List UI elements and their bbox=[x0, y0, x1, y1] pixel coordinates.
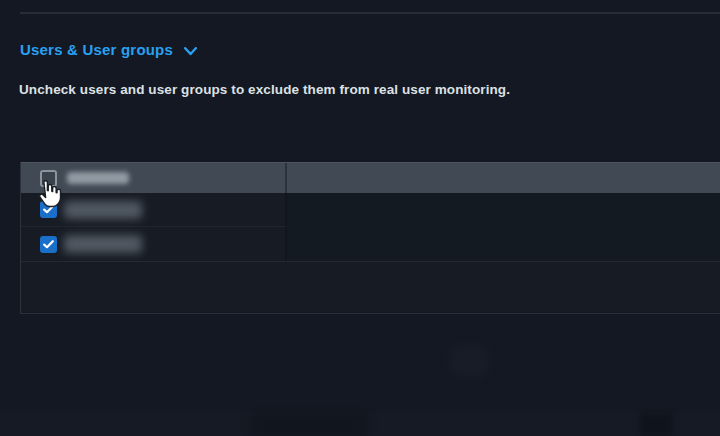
section-description: Uncheck users and user groups to exclude… bbox=[19, 82, 510, 97]
table-header-cell-empty bbox=[287, 163, 720, 193]
table-row[interactable] bbox=[21, 227, 720, 262]
row-cell-select bbox=[21, 227, 287, 261]
users-groups-section-toggle[interactable]: Users & User groups bbox=[20, 41, 197, 58]
row-cell-empty bbox=[287, 227, 720, 261]
faded-bottom-patch bbox=[640, 413, 673, 436]
top-divider bbox=[20, 12, 720, 14]
chevron-down-icon[interactable] bbox=[184, 47, 197, 56]
row-cell-select bbox=[21, 193, 287, 227]
select-all-checkbox[interactable] bbox=[40, 170, 57, 187]
table-header-row[interactable] bbox=[21, 162, 720, 193]
section-title[interactable]: Users & User groups bbox=[20, 41, 173, 58]
table-empty-footer bbox=[21, 262, 720, 312]
header-label-redacted bbox=[67, 172, 129, 184]
table-row[interactable] bbox=[21, 193, 720, 227]
table-header-cell-select bbox=[21, 163, 287, 193]
row-label-redacted bbox=[64, 235, 142, 253]
row-checkbox[interactable] bbox=[40, 201, 57, 218]
row-cell-empty bbox=[287, 193, 720, 227]
row-checkbox[interactable] bbox=[40, 236, 57, 253]
users-groups-table bbox=[20, 162, 720, 314]
faded-bottom-patch bbox=[250, 413, 368, 436]
settings-page: { "colors": { "page_bg": "#141822", "acc… bbox=[0, 0, 720, 436]
row-label-redacted bbox=[64, 201, 142, 219]
faded-background-blob bbox=[450, 346, 488, 376]
